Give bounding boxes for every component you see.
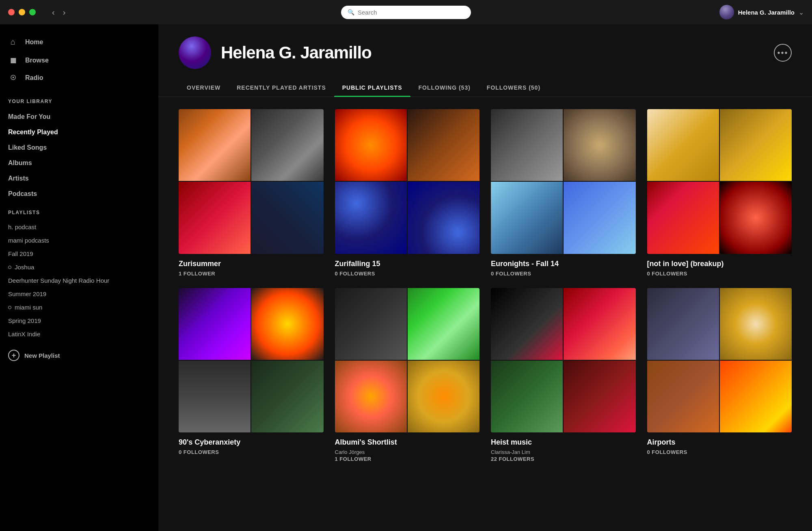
profile-info: Helena G. Jaramillo (179, 37, 371, 69)
playlist-followers: 22 FOLLOWERS (491, 456, 636, 462)
sidebar-playlist-miami-sun[interactable]: miami sun (0, 301, 158, 314)
cover-image (335, 288, 407, 360)
profile-avatar-image (179, 37, 211, 69)
sidebar-playlist-label: mami podcasts (8, 237, 49, 244)
maximize-button[interactable] (29, 9, 36, 15)
sidebar-item-radio[interactable]: ☉ Radio (8, 69, 150, 86)
sidebar-item-made-for-you[interactable]: Made For You (0, 109, 158, 125)
playlists-grid: Zurisummer 1 FOLLOWER Zurifalling 15 0 F… (158, 97, 812, 474)
profile-avatar (179, 37, 211, 69)
playlist-card-notinlove[interactable]: [not in love] (breakup) 0 FOLLOWERS (647, 109, 792, 277)
sidebar-item-artists[interactable]: Artists (0, 171, 158, 186)
tab-public-playlists[interactable]: PUBLIC PLAYLISTS (334, 79, 410, 97)
sidebar-playlist-label: Spring 2019 (8, 317, 41, 324)
cover-image (720, 182, 792, 254)
tab-overview[interactable]: OVERVIEW (179, 79, 229, 97)
more-options-button[interactable]: ••• (774, 44, 792, 62)
cover-image (647, 182, 719, 254)
cover-image (251, 109, 323, 181)
tab-following[interactable]: FOLLOWING (53) (410, 79, 479, 97)
tab-followers[interactable]: FOLLOWERS (50) (479, 79, 549, 97)
playlist-card-zurisummer[interactable]: Zurisummer 1 FOLLOWER (179, 109, 324, 277)
tabs: OVERVIEW RECENTLY PLAYED ARTISTS PUBLIC … (158, 69, 812, 97)
user-area[interactable]: Helena G. Jaramillo ⌄ (719, 5, 804, 19)
cover-image (179, 288, 251, 360)
playlist-cover (491, 109, 636, 254)
cover-image (179, 109, 251, 181)
sidebar-playlist-label: Deerhunter Sunday Night Radio Hour (8, 277, 109, 284)
sidebar-playlist-fall-2019[interactable]: Fall 2019 (0, 247, 158, 260)
sidebar-playlist-summer-2019[interactable]: Summer 2019 (0, 287, 158, 301)
sidebar-item-recently-played[interactable]: Recently Played (0, 125, 158, 140)
minimize-button[interactable] (19, 9, 25, 15)
dot-circle-icon (8, 266, 11, 269)
cover-image (179, 361, 251, 432)
user-name-label: Helena G. Jaramillo (738, 9, 795, 16)
playlist-creator: Carlo Jörges (335, 449, 480, 455)
playlist-card-albumi[interactable]: Albumi's Shortlist Carlo Jörges 1 FOLLOW… (335, 288, 480, 462)
search-input[interactable] (358, 9, 464, 16)
cover-image (179, 182, 251, 254)
titlebar: ‹ › 🔍 Helena G. Jaramillo ⌄ (0, 0, 812, 24)
playlist-card-heist[interactable]: Heist music Clarissa-Jan Lim 22 FOLLOWER… (491, 288, 636, 462)
sidebar-playlist-h-podcast[interactable]: h. podcast (0, 220, 158, 234)
avatar (719, 5, 734, 19)
sidebar-playlist-joshua[interactable]: Joshua (0, 260, 158, 274)
sidebar-item-podcasts[interactable]: Podcasts (0, 186, 158, 202)
cover-image (335, 182, 407, 254)
cover-image (408, 288, 479, 360)
playlist-name: Albumi's Shortlist (335, 438, 480, 447)
sidebar-playlist-deerhunter[interactable]: Deerhunter Sunday Night Radio Hour (0, 274, 158, 287)
cover-image (408, 361, 479, 432)
playlist-card-euronights[interactable]: Euronights - Fall 14 0 FOLLOWERS (491, 109, 636, 277)
forward-arrow[interactable]: › (63, 8, 66, 17)
cover-image (647, 109, 719, 181)
playlist-followers: 0 FOLLOWERS (647, 271, 792, 277)
cover-image (491, 109, 563, 181)
tab-recently-played-artists[interactable]: RECENTLY PLAYED ARTISTS (229, 79, 334, 97)
cover-image (335, 109, 407, 181)
search-icon: 🔍 (348, 9, 354, 15)
playlist-followers: 0 FOLLOWERS (179, 449, 324, 455)
playlist-card-airports[interactable]: Airports 0 FOLLOWERS (647, 288, 792, 462)
new-playlist-label: New Playlist (24, 352, 60, 359)
playlist-followers: 1 FOLLOWER (335, 456, 480, 462)
cover-image (491, 361, 563, 432)
home-icon: ⌂ (8, 37, 18, 47)
sidebar-playlist-spring-2019[interactable]: Spring 2019 (0, 314, 158, 327)
playlist-creator: Clarissa-Jan Lim (491, 449, 636, 455)
playlist-name: Zurifalling 15 (335, 260, 480, 268)
chevron-down-icon[interactable]: ⌄ (799, 9, 804, 16)
playlist-name: Heist music (491, 438, 636, 447)
cover-image (335, 361, 407, 432)
sidebar-playlist-latinx-indie[interactable]: LatinX Indie (0, 327, 158, 341)
dot-circle-icon (8, 306, 11, 309)
sidebar-nav-home-label: Home (25, 39, 43, 46)
playlist-cover (647, 288, 792, 433)
playlist-card-zurifalling[interactable]: Zurifalling 15 0 FOLLOWERS (335, 109, 480, 277)
playlist-card-90scyber[interactable]: 90's Cyberanxiety 0 FOLLOWERS (179, 288, 324, 462)
back-arrow[interactable]: ‹ (52, 8, 55, 17)
sidebar-item-browse[interactable]: ▦ Browse (8, 52, 150, 69)
playlist-cover (647, 109, 792, 254)
close-button[interactable] (8, 9, 15, 15)
sidebar-playlist-label: LatinX Indie (8, 331, 40, 338)
playlist-cover (491, 288, 636, 433)
sidebar-playlist-mami-podcasts[interactable]: mami podcasts (0, 234, 158, 247)
traffic-lights (8, 9, 36, 15)
cover-image (720, 109, 792, 181)
playlist-followers: 1 FOLLOWER (179, 271, 324, 277)
playlists-section-title: PLAYLISTS (0, 202, 158, 220)
search-bar[interactable]: 🔍 (341, 6, 471, 19)
cover-image (564, 361, 635, 432)
sidebar-playlist-label: Summer 2019 (8, 290, 46, 297)
plus-circle-icon: + (8, 350, 19, 361)
playlist-cover (179, 288, 324, 433)
playlist-cover (335, 109, 480, 254)
sidebar-item-albums[interactable]: Albums (0, 155, 158, 171)
playlist-name: Zurisummer (179, 260, 324, 268)
sidebar-item-liked-songs[interactable]: Liked Songs (0, 140, 158, 155)
nav-arrows: ‹ › (52, 8, 65, 17)
sidebar-item-home[interactable]: ⌂ Home (8, 32, 150, 52)
new-playlist-button[interactable]: + New Playlist (0, 345, 158, 366)
